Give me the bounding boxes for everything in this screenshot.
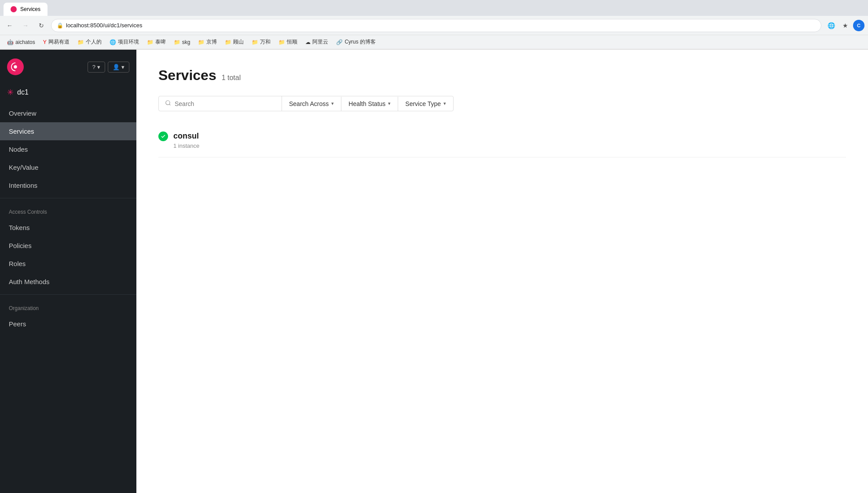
- sidebar-item-keyvalue[interactable]: Key/Value: [0, 158, 136, 176]
- search-across-dropdown[interactable]: Search Across ▾: [282, 97, 341, 111]
- help-icon: ?: [92, 64, 95, 70]
- search-input[interactable]: [175, 100, 254, 107]
- bookmark-wanhe-label: 万和: [260, 38, 271, 46]
- bookmark-personal-label: 个人的: [86, 38, 102, 46]
- consul-logo: [7, 58, 24, 75]
- bookmark-henshun-icon: 📁: [278, 39, 285, 45]
- service-info: consul 1 instance: [173, 131, 199, 149]
- service-type-chevron-icon: ▾: [443, 101, 446, 106]
- tab-favicon: [11, 6, 17, 12]
- sidebar-item-roles[interactable]: Roles: [0, 255, 136, 273]
- bookmark-aliyun[interactable]: ☁ 阿里云: [302, 37, 332, 47]
- forward-button[interactable]: →: [19, 19, 32, 32]
- sidebar-datacenter[interactable]: ✳ dc1: [0, 84, 136, 104]
- bookmark-henshun[interactable]: 📁 恒顺: [275, 37, 301, 47]
- sidebar-item-intentions-label: Intentions: [9, 182, 37, 189]
- reload-button[interactable]: ↻: [35, 19, 48, 32]
- browser-tab-bar: Services: [0, 0, 868, 16]
- bookmark-cyrus-label: Cyrus 的博客: [344, 38, 376, 46]
- bookmark-taipi-label: 泰啤: [155, 38, 166, 46]
- sidebar-divider-2: [0, 294, 136, 295]
- health-status-dropdown[interactable]: Health Status ▾: [341, 97, 398, 111]
- datacenter-label: dc1: [17, 88, 29, 96]
- bookmark-youdao-label: 网易有道: [48, 38, 70, 46]
- service-item-consul[interactable]: consul 1 instance: [158, 124, 846, 157]
- service-type-dropdown[interactable]: Service Type ▾: [398, 97, 453, 111]
- address-bar[interactable]: 🔒 localhost:8500/ui/dc1/services: [51, 19, 821, 32]
- svg-point-1: [166, 101, 170, 105]
- bookmark-gushan[interactable]: 📁 顾山: [221, 37, 247, 47]
- back-button[interactable]: ←: [4, 19, 16, 32]
- sidebar-item-auth-methods-label: Auth Methods: [9, 278, 50, 285]
- url-text: localhost:8500/ui/dc1/services: [66, 22, 816, 29]
- sidebar-item-policies[interactable]: Policies: [0, 237, 136, 255]
- sidebar-item-tokens[interactable]: Tokens: [0, 219, 136, 237]
- health-status-chevron-icon: ▾: [388, 101, 391, 106]
- bookmarks-bar: 🤖 aichatos Y 网易有道 📁 个人的 🌐 项目环境 📁 泰啤 📁 sk…: [0, 35, 868, 49]
- bookmark-jingbo[interactable]: 📁 京博: [194, 37, 220, 47]
- sidebar-item-nodes-label: Nodes: [9, 146, 28, 153]
- bookmark-wanhe[interactable]: 📁 万和: [248, 37, 274, 47]
- sidebar-item-overview[interactable]: Overview: [0, 104, 136, 122]
- consul-logo-icon: [7, 58, 24, 75]
- bookmark-wanhe-icon: 📁: [252, 39, 258, 45]
- bookmark-project-env[interactable]: 🌐 项目环境: [106, 37, 143, 47]
- user-button[interactable]: 👤 ▾: [108, 62, 129, 73]
- toolbar-icons: 🌐 ★ C: [825, 19, 864, 32]
- service-list: consul 1 instance: [158, 124, 846, 157]
- health-status-label: Health Status: [348, 100, 385, 107]
- service-instances: 1 instance: [173, 142, 199, 149]
- service-type-label: Service Type: [405, 100, 441, 107]
- sidebar-item-services[interactable]: Services: [0, 122, 136, 140]
- bookmark-jingbo-icon: 📁: [198, 39, 205, 45]
- sidebar-item-intentions[interactable]: Intentions: [0, 176, 136, 194]
- bookmark-personal[interactable]: 📁 个人的: [74, 37, 105, 47]
- bookmark-jingbo-label: 京博: [206, 38, 217, 46]
- tab-title: Services: [20, 6, 40, 12]
- user-icon: 👤: [113, 64, 120, 70]
- user-chevron: ▾: [121, 64, 125, 70]
- search-across-label: Search Across: [289, 100, 329, 107]
- sidebar-item-roles-label: Roles: [9, 260, 26, 267]
- profile-avatar[interactable]: C: [853, 20, 864, 31]
- bookmark-cyrus-icon: 🔗: [336, 39, 343, 45]
- sidebar-divider-1: [0, 198, 136, 198]
- main-content: Services 1 total Search Across ▾ Health …: [136, 50, 868, 493]
- sidebar-item-keyvalue-label: Key/Value: [9, 164, 38, 171]
- bookmark-taipi-icon: 📁: [147, 39, 154, 45]
- bookmark-skg-label: skg: [182, 39, 190, 45]
- help-button[interactable]: ? ▾: [88, 62, 105, 73]
- search-icon: [165, 100, 171, 107]
- sidebar-header: ? ▾ 👤 ▾: [0, 50, 136, 84]
- page-title: Services: [158, 67, 216, 84]
- sidebar-header-actions: ? ▾ 👤 ▾: [88, 62, 129, 73]
- sidebar-item-nodes[interactable]: Nodes: [0, 140, 136, 158]
- bookmark-personal-icon: 📁: [77, 39, 84, 45]
- translate-button[interactable]: 🌐: [825, 19, 837, 32]
- bookmark-aichatos-label: aichatos: [15, 39, 35, 45]
- search-input-wrap: [159, 96, 282, 111]
- bookmark-skg[interactable]: 📁 skg: [170, 37, 194, 47]
- sidebar-item-peers[interactable]: Peers: [0, 315, 136, 333]
- sidebar-item-auth-methods[interactable]: Auth Methods: [0, 273, 136, 291]
- browser-toolbar: ← → ↻ 🔒 localhost:8500/ui/dc1/services 🌐…: [0, 16, 868, 35]
- bookmark-cyrus[interactable]: 🔗 Cyrus 的博客: [333, 37, 379, 47]
- bookmark-button[interactable]: ★: [839, 19, 851, 32]
- page-total: 1 total: [222, 74, 241, 82]
- sidebar-item-tokens-label: Tokens: [9, 224, 30, 231]
- service-status-healthy-icon: [158, 131, 168, 141]
- sidebar-section-access-controls: Access Controls: [0, 202, 136, 219]
- bookmark-youdao[interactable]: Y 网易有道: [40, 37, 73, 47]
- bookmark-taipi[interactable]: 📁 泰啤: [143, 37, 169, 47]
- svg-point-0: [14, 65, 17, 68]
- browser-tab[interactable]: Services: [4, 3, 48, 16]
- bookmark-skg-icon: 📁: [174, 39, 180, 45]
- bookmark-aichatos[interactable]: 🤖 aichatos: [4, 37, 39, 47]
- sidebar-item-overview-label: Overview: [9, 110, 37, 117]
- lock-icon: 🔒: [57, 22, 63, 29]
- bookmark-aichatos-icon: 🤖: [7, 39, 14, 45]
- bookmark-youdao-icon: Y: [43, 39, 47, 45]
- help-chevron: ▾: [97, 64, 100, 70]
- app-layout: ? ▾ 👤 ▾ ✳ dc1 Overview Services Nodes: [0, 50, 868, 493]
- browser-chrome: Services ← → ↻ 🔒 localhost:8500/ui/dc1/s…: [0, 0, 868, 50]
